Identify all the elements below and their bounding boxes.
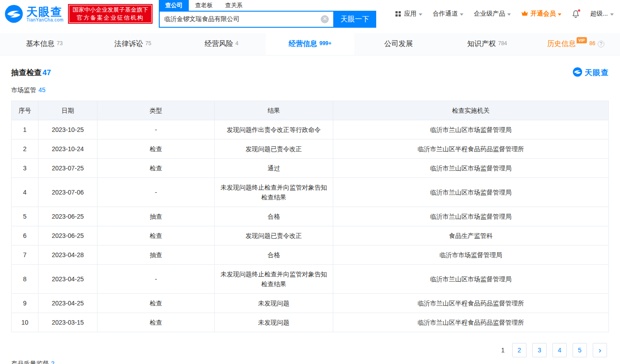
section-head: 抽查检查47 天眼查 [11,67,609,78]
pagination-page-5[interactable]: 5 [573,343,587,357]
notification-dot [578,9,581,12]
table-cell: 2023-04-28 [38,245,98,265]
tab-label: 基本信息 [26,39,55,49]
nav-cooperation[interactable]: 合作通道 [433,10,463,18]
table-cell: 7 [12,245,38,265]
table-cell: 检查 [98,294,215,313]
table-cell: 未发现问题 [215,294,333,313]
table-cell: 临沂市市场监督管理局 [333,245,609,265]
tab-label: 知识产权 [467,39,496,49]
table-cell: 3 [12,159,38,178]
nav-super-vip[interactable]: 超级... [590,10,614,18]
table-cell: 临沂市兰山区市场监督管理局 [333,207,609,226]
table-row: 92023-04-25检查未发现问题临沂市兰山区半程食品药品监督管理所 [12,294,609,313]
tab-business-info[interactable]: 经营信息999+ [266,33,354,55]
subsection-title: 市场监管 [11,86,36,93]
table-row: 42023-07-06-未发现问题终止检查并向监管对象告知检查结果临沂市兰山区市… [12,178,609,207]
table-cell: 2023-06-25 [38,207,98,226]
table-cell: 通过 [215,159,333,178]
table-cell: 2 [12,140,38,159]
table-cell: 10 [12,313,38,332]
table-cell: 未发现问题终止检查并向监管对象告知检查结果 [215,265,333,294]
logo-subtext: TianYanCha.com [26,17,64,22]
tab-count: 86 [590,40,595,47]
nav-apps-label: 应用 [404,10,416,18]
table-cell: 2023-03-15 [38,313,98,332]
table-row: 102023-03-15检查未发现问题临沂市兰山区半程食品药品监督管理所 [12,313,609,332]
table-cell: 临沂市兰山区半程食品药品监督管理所 [333,313,609,332]
pagination-page-4[interactable]: 4 [552,343,567,357]
clear-search-icon[interactable]: ✕ [321,15,329,23]
column-header: 检查实施机关 [333,101,609,120]
search-button[interactable]: 天眼一下 [333,11,376,28]
nav-open-member[interactable]: 开通会员 [521,10,561,18]
section-count: 47 [42,68,51,77]
certification-line2: 官方备案企业征信机构 [72,14,148,22]
crown-icon [521,10,528,17]
table-row: 52023-06-25抽查合格临沂市兰山区市场监督管理局 [12,207,609,226]
pagination-page-3[interactable]: 3 [532,343,547,357]
table-cell: 食品生产监管科 [333,226,609,245]
tab-business-risk[interactable]: 经营风险4 [177,33,266,55]
apps-grid-icon [395,11,401,17]
pagination-page-2[interactable]: 2 [512,343,527,357]
tab-label: 经营信息 [289,39,317,49]
pagination-current-page: 1 [501,347,505,354]
table-cell: 2023-04-25 [38,265,98,294]
nav-cooperation-label: 合作通道 [433,10,458,18]
tianyancha-logo[interactable]: 天眼查 TianYanCha.com [4,4,64,23]
main-content: 抽查检查47 天眼查 市场监管45 序号日期类型结果检查实施机关 12023-1… [0,67,620,364]
table-cell: 9 [12,294,38,313]
search-tab-relation[interactable]: 查关系 [219,0,249,11]
tab-legal-litigation[interactable]: 法律诉讼75 [89,33,177,55]
tab-intellectual-property[interactable]: 知识产权784 [443,33,531,55]
vip-badge: VIP [577,37,587,43]
watermark-text: 天眼查 [585,68,609,78]
table-row: 82023-04-25-未发现问题终止检查并向监管对象告知检查结果临沂市兰山区市… [12,265,609,294]
chevron-down-icon [419,13,422,16]
table-cell: 临沂市兰山区市场监督管理局 [333,120,609,140]
inspection-table-head-row: 序号日期类型结果检查实施机关 [12,101,609,120]
table-cell: 临沂市兰山区市场监督管理局 [333,178,609,207]
main-tab-bar: 基本信息73法律诉讼75经营风险4经营信息999+公司发展知识产权784历史信息… [0,33,620,55]
tianyancha-eye-icon [4,4,23,23]
nav-enterprise-products[interactable]: 企业级产品 [474,10,511,18]
tab-company-development[interactable]: 公司发展 [354,33,443,55]
tab-history-info[interactable]: 历史信息VIP86? [531,33,620,55]
tab-basic-info[interactable]: 基本信息73 [0,33,89,55]
nav-notifications[interactable] [572,10,580,18]
certification-badge: 国家中小企业发展子基金旗下 官方备案企业征信机构 [68,4,153,24]
column-header: 日期 [38,101,98,120]
chevron-down-icon [610,13,614,16]
column-header: 结果 [215,101,333,120]
table-cell: 2023-07-06 [38,178,98,207]
inspection-table: 序号日期类型结果检查实施机关 12023-10-25-发现问题作出责令改正等行政… [11,101,609,332]
table-cell: - [98,265,215,294]
search-input[interactable] [160,16,321,23]
table-cell: 临沂市兰山区市场监督管理局 [333,159,609,178]
nav-apps[interactable]: 应用 [395,10,422,18]
help-icon[interactable]: ? [598,41,604,47]
table-cell: 未发现问题终止检查并向监管对象告知检查结果 [215,178,333,207]
search-tab-boss[interactable]: 查老板 [189,0,219,11]
table-cell: - [98,178,215,207]
table-cell: 8 [12,265,38,294]
table-cell: 检查 [98,140,215,159]
table-cell: 5 [12,207,38,226]
column-header: 序号 [12,101,38,120]
pagination-next-button[interactable]: › [593,343,607,357]
nav-enterprise-label: 企业级产品 [474,10,505,18]
table-cell: 发现问题已责令改正 [215,226,333,245]
table-row: 62023-06-25检查发现问题已责令改正食品生产监管科 [12,226,609,245]
table-cell: 合格 [215,245,333,265]
certification-line1: 国家中小企业发展子基金旗下 [72,6,148,14]
tab-count: 4 [235,40,238,47]
tab-label: 公司发展 [384,39,413,49]
table-cell: 抽查 [98,245,215,265]
logo-text: 天眼查 [26,6,64,17]
footer-section-count: 2 [51,360,55,364]
table-cell: - [98,120,215,140]
search-tab-company[interactable]: 查公司 [159,0,189,11]
table-cell: 临沂市兰山区半程食品药品监督管理所 [333,294,609,313]
table-cell: 检查 [98,226,215,245]
